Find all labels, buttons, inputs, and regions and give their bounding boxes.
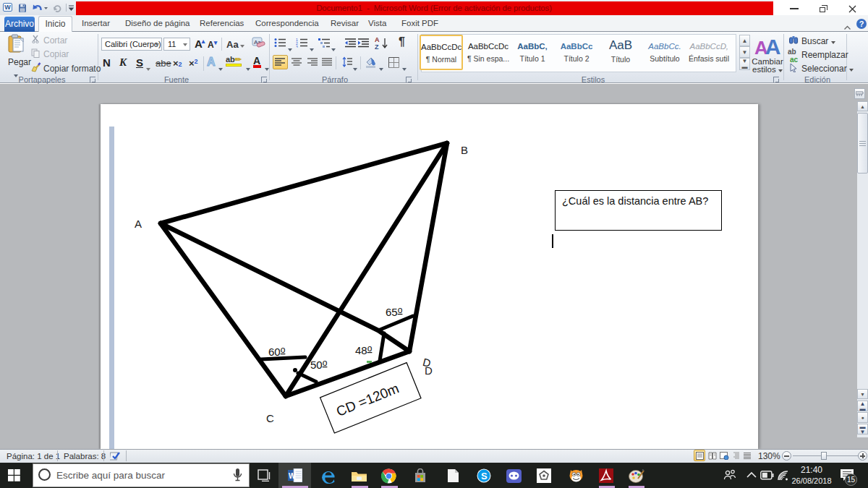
svg-text:D: D [425,364,433,377]
svg-text:60o: 60o [268,345,286,358]
svg-text:W: W [289,472,296,480]
svg-text:B: B [461,144,468,156]
svg-text:S: S [481,471,488,481]
svg-text:C: C [266,412,274,424]
svg-text:65o: 65o [386,305,403,318]
svg-text:50o: 50o [310,358,328,371]
svg-text:A: A [135,218,142,230]
svg-text:48o: 48o [355,343,373,356]
svg-text:3: 3 [296,45,298,48]
